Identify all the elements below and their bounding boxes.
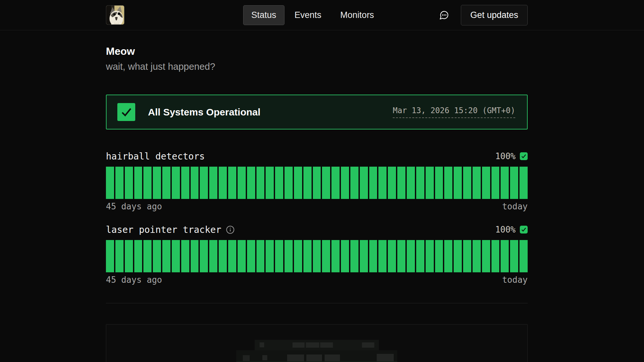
uptime-day-bar[interactable] bbox=[143, 240, 152, 272]
uptime-day-bar[interactable] bbox=[463, 240, 471, 272]
uptime-day-bar[interactable] bbox=[294, 167, 302, 199]
uptime-day-bar[interactable] bbox=[191, 240, 199, 272]
uptime-day-bar[interactable] bbox=[134, 240, 142, 272]
get-updates-button[interactable]: Get updates bbox=[461, 5, 528, 25]
uptime-day-bar[interactable] bbox=[397, 167, 405, 199]
uptime-day-bar[interactable] bbox=[209, 167, 217, 199]
uptime-day-bar[interactable] bbox=[219, 167, 227, 199]
uptime-day-bar[interactable] bbox=[134, 167, 142, 199]
uptime-day-bar[interactable] bbox=[397, 240, 405, 272]
uptime-day-bar[interactable] bbox=[153, 240, 161, 272]
uptime-day-bar[interactable] bbox=[331, 240, 340, 272]
uptime-day-bar[interactable] bbox=[426, 240, 434, 272]
uptime-day-bar[interactable] bbox=[426, 167, 434, 199]
uptime-day-bar[interactable] bbox=[378, 167, 387, 199]
uptime-day-bar[interactable] bbox=[200, 167, 208, 199]
uptime-day-bar[interactable] bbox=[360, 240, 368, 272]
uptime-day-bar[interactable] bbox=[350, 167, 359, 199]
info-icon[interactable] bbox=[226, 225, 235, 234]
uptime-day-bar[interactable] bbox=[162, 240, 170, 272]
uptime-day-bar[interactable] bbox=[416, 167, 424, 199]
uptime-day-bar[interactable] bbox=[219, 240, 227, 272]
uptime-day-bar[interactable] bbox=[266, 240, 274, 272]
uptime-day-bar[interactable] bbox=[501, 240, 509, 272]
uptime-day-bar[interactable] bbox=[435, 167, 443, 199]
uptime-day-bar[interactable] bbox=[510, 240, 518, 272]
uptime-day-bar[interactable] bbox=[482, 240, 490, 272]
uptime-day-bar[interactable] bbox=[303, 167, 312, 199]
uptime-day-bar[interactable] bbox=[275, 167, 283, 199]
uptime-day-bar[interactable] bbox=[454, 167, 462, 199]
preview-logo-pill bbox=[260, 342, 264, 347]
uptime-day-bar[interactable] bbox=[350, 240, 359, 272]
uptime-bars[interactable] bbox=[106, 240, 528, 272]
uptime-day-bar[interactable] bbox=[285, 167, 293, 199]
uptime-day-bar[interactable] bbox=[444, 240, 452, 272]
uptime-day-bar[interactable] bbox=[228, 240, 236, 272]
uptime-day-bar[interactable] bbox=[520, 167, 528, 199]
uptime-day-bar[interactable] bbox=[209, 240, 217, 272]
uptime-day-bar[interactable] bbox=[444, 167, 452, 199]
uptime-day-bar[interactable] bbox=[172, 167, 180, 199]
uptime-day-bar[interactable] bbox=[322, 240, 330, 272]
uptime-day-bar[interactable] bbox=[238, 240, 246, 272]
uptime-day-bar[interactable] bbox=[473, 240, 481, 272]
status-timestamp[interactable]: Mar 13, 2026 15:20 (GMT+0) bbox=[393, 106, 515, 118]
uptime-day-bar[interactable] bbox=[228, 167, 236, 199]
uptime-day-bar[interactable] bbox=[313, 240, 321, 272]
nav-tab-monitors[interactable]: Monitors bbox=[340, 6, 374, 25]
uptime-day-bar[interactable] bbox=[153, 167, 161, 199]
uptime-day-bar[interactable] bbox=[491, 167, 500, 199]
uptime-bars[interactable] bbox=[106, 167, 528, 199]
uptime-day-bar[interactable] bbox=[106, 167, 114, 199]
uptime-day-bar[interactable] bbox=[322, 167, 330, 199]
uptime-day-bar[interactable] bbox=[294, 240, 302, 272]
uptime-day-bar[interactable] bbox=[491, 240, 500, 272]
uptime-day-bar[interactable] bbox=[181, 240, 189, 272]
uptime-day-bar[interactable] bbox=[200, 240, 208, 272]
uptime-day-bar[interactable] bbox=[341, 167, 349, 199]
uptime-day-bar[interactable] bbox=[416, 240, 424, 272]
uptime-day-bar[interactable] bbox=[275, 240, 283, 272]
uptime-day-bar[interactable] bbox=[331, 167, 340, 199]
uptime-day-bar[interactable] bbox=[143, 167, 152, 199]
uptime-day-bar[interactable] bbox=[256, 167, 265, 199]
uptime-day-bar[interactable] bbox=[510, 167, 518, 199]
uptime-day-bar[interactable] bbox=[482, 167, 490, 199]
uptime-day-bar[interactable] bbox=[266, 167, 274, 199]
uptime-day-bar[interactable] bbox=[407, 240, 415, 272]
uptime-day-bar[interactable] bbox=[341, 240, 349, 272]
uptime-day-bar[interactable] bbox=[247, 167, 255, 199]
uptime-day-bar[interactable] bbox=[125, 167, 133, 199]
uptime-day-bar[interactable] bbox=[303, 240, 312, 272]
feedback-chat-icon[interactable] bbox=[439, 10, 449, 20]
uptime-day-bar[interactable] bbox=[115, 167, 124, 199]
uptime-day-bar[interactable] bbox=[191, 167, 199, 199]
uptime-day-bar[interactable] bbox=[388, 167, 396, 199]
uptime-day-bar[interactable] bbox=[285, 240, 293, 272]
uptime-day-bar[interactable] bbox=[106, 240, 114, 272]
uptime-day-bar[interactable] bbox=[256, 240, 265, 272]
nav-tab-events[interactable]: Events bbox=[295, 6, 322, 25]
uptime-day-bar[interactable] bbox=[378, 240, 387, 272]
uptime-day-bar[interactable] bbox=[172, 240, 180, 272]
nav-tab-status[interactable]: Status bbox=[243, 5, 285, 25]
uptime-day-bar[interactable] bbox=[181, 167, 189, 199]
uptime-day-bar[interactable] bbox=[473, 167, 481, 199]
uptime-day-bar[interactable] bbox=[369, 240, 377, 272]
uptime-day-bar[interactable] bbox=[125, 240, 133, 272]
uptime-day-bar[interactable] bbox=[407, 167, 415, 199]
uptime-day-bar[interactable] bbox=[313, 167, 321, 199]
uptime-day-bar[interactable] bbox=[369, 167, 377, 199]
uptime-day-bar[interactable] bbox=[520, 240, 528, 272]
uptime-day-bar[interactable] bbox=[247, 240, 255, 272]
uptime-day-bar[interactable] bbox=[238, 167, 246, 199]
uptime-day-bar[interactable] bbox=[360, 167, 368, 199]
uptime-day-bar[interactable] bbox=[501, 167, 509, 199]
uptime-day-bar[interactable] bbox=[463, 167, 471, 199]
uptime-day-bar[interactable] bbox=[388, 240, 396, 272]
uptime-day-bar[interactable] bbox=[435, 240, 443, 272]
uptime-day-bar[interactable] bbox=[115, 240, 124, 272]
uptime-day-bar[interactable] bbox=[162, 167, 170, 199]
uptime-day-bar[interactable] bbox=[454, 240, 462, 272]
